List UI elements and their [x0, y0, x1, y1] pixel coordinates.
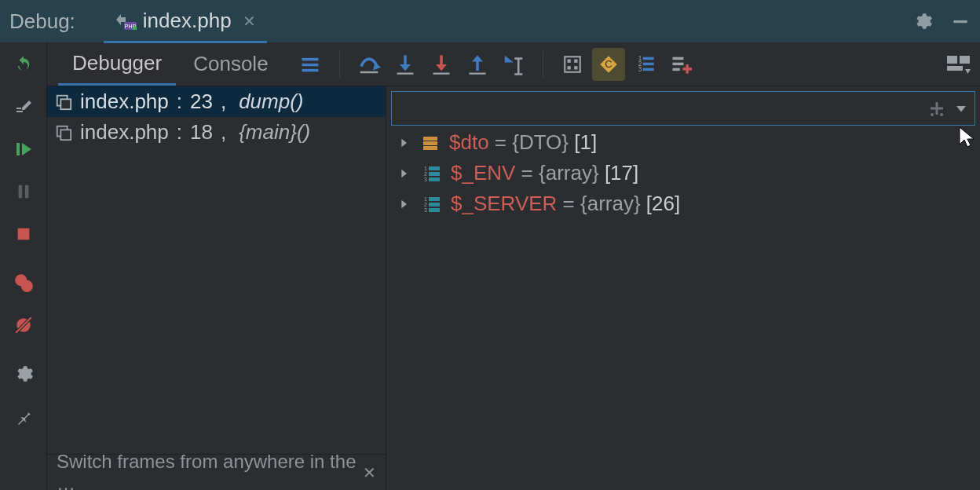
frames-list: index.php:23, dump() index.php:18, {main…	[47, 86, 386, 454]
variable-row[interactable]: 1 2 3 $_ENV = {array} [17]	[386, 158, 980, 188]
variable-type: {array}	[539, 161, 599, 185]
frame-row[interactable]: index.php:23, dump()	[47, 86, 386, 117]
panels: index.php:23, dump() index.php:18, {main…	[47, 86, 980, 490]
svg-rect-44	[642, 62, 653, 65]
svg-rect-65	[423, 137, 437, 141]
svg-text:3: 3	[424, 177, 427, 182]
add-watch-icon[interactable]	[664, 48, 697, 81]
separator	[339, 51, 340, 78]
mute-breakpoints-icon[interactable]	[13, 314, 35, 336]
pin-icon[interactable]	[13, 405, 35, 427]
svg-rect-15	[302, 57, 318, 60]
chevron-right-icon[interactable]	[397, 198, 411, 210]
tab-console[interactable]: Console	[179, 42, 282, 86]
frame-call: dump()	[239, 90, 303, 114]
force-step-into-icon[interactable]	[425, 48, 458, 81]
stackframe-icon	[55, 124, 72, 141]
titlebar: Debug: PHP index.php ✕	[0, 0, 980, 42]
svg-rect-33	[565, 57, 580, 72]
chevron-right-icon[interactable]	[397, 137, 411, 149]
separator	[543, 51, 543, 78]
variable-name: $dto	[449, 130, 489, 154]
settings-gear-icon[interactable]	[912, 11, 933, 31]
variable-name: $_SERVER	[451, 192, 557, 215]
svg-rect-48	[672, 68, 679, 71]
svg-rect-73	[429, 172, 440, 176]
svg-text:2: 2	[424, 171, 427, 177]
file-tab-index-php[interactable]: PHP index.php ✕	[104, 1, 267, 43]
view-breakpoints-icon[interactable]	[13, 272, 35, 294]
frames-panel: index.php:23, dump() index.php:18, {main…	[47, 86, 386, 490]
stackframe-icon	[55, 93, 72, 111]
chevron-right-icon[interactable]	[397, 167, 411, 180]
svg-point-61	[931, 113, 934, 116]
tip-text: Switch frames from anywhere in the …	[57, 451, 363, 491]
variable-type: {DTO}	[512, 130, 569, 154]
titlebar-right	[912, 11, 971, 31]
tip-bar: Switch frames from anywhere in the … ✕	[47, 454, 386, 490]
svg-rect-8	[24, 185, 28, 199]
svg-rect-67	[423, 146, 437, 150]
add-to-watches-icon[interactable]	[927, 99, 946, 118]
debugger-settings-gear-icon[interactable]	[13, 363, 35, 385]
svg-marker-24	[436, 64, 447, 71]
trace-icon[interactable]: C	[592, 48, 625, 81]
variable-type: {array}	[580, 192, 641, 215]
close-icon[interactable]: ✕	[243, 12, 256, 31]
variable-count: [17]	[605, 161, 638, 185]
svg-text:1: 1	[424, 196, 427, 202]
svg-marker-21	[400, 64, 411, 71]
modify-run-config-icon[interactable]	[13, 96, 35, 118]
threads-icon[interactable]	[294, 48, 327, 81]
svg-text:C: C	[605, 58, 612, 70]
svg-rect-5	[16, 143, 20, 155]
history-dropdown-icon[interactable]	[954, 101, 968, 115]
stop-icon[interactable]	[13, 223, 35, 245]
svg-rect-66	[423, 141, 437, 145]
run-to-cursor-icon[interactable]	[497, 48, 530, 81]
frame-call: {main}()	[239, 120, 310, 144]
evaluate-expression-icon[interactable]	[556, 48, 589, 81]
step-over-icon[interactable]	[353, 48, 386, 81]
svg-rect-17	[302, 68, 318, 71]
svg-text:3: 3	[638, 66, 642, 73]
svg-rect-46	[672, 57, 683, 60]
debug-toolbar: Debugger Console	[47, 42, 980, 86]
resume-icon[interactable]	[13, 138, 35, 160]
frame-file: index.php	[80, 120, 169, 144]
variable-row[interactable]: $dto = {DTO} [1]	[386, 127, 980, 158]
step-out-icon[interactable]	[461, 48, 494, 81]
variables-panel: $dto = {DTO} [1] 1 2 3	[386, 86, 980, 490]
close-icon[interactable]: ✕	[363, 463, 376, 482]
svg-rect-36	[567, 66, 570, 69]
svg-marker-54	[965, 69, 971, 74]
sort-values-icon[interactable]: 1 2 3	[628, 48, 661, 81]
svg-rect-81	[429, 208, 440, 212]
svg-rect-34	[567, 59, 570, 62]
rerun-icon[interactable]	[13, 53, 35, 75]
minimize-icon[interactable]	[950, 11, 971, 31]
svg-rect-45	[642, 68, 653, 71]
debug-action-rail	[0, 42, 47, 490]
file-tab-label: index.php	[143, 9, 232, 33]
frame-row[interactable]: index.php:18, {main}()	[47, 117, 386, 148]
svg-rect-79	[429, 197, 440, 201]
svg-rect-74	[429, 177, 440, 181]
svg-rect-58	[60, 130, 71, 140]
svg-rect-80	[429, 203, 440, 207]
svg-marker-75	[401, 199, 407, 208]
svg-marker-63	[956, 106, 966, 112]
layout-settings-icon[interactable]	[942, 48, 975, 81]
svg-rect-43	[642, 57, 653, 60]
svg-text:1: 1	[424, 166, 427, 171]
svg-rect-37	[574, 66, 577, 69]
pause-icon[interactable]	[13, 181, 35, 203]
svg-rect-47	[672, 62, 683, 65]
tab-debugger[interactable]: Debugger	[58, 42, 176, 86]
step-into-icon[interactable]	[389, 48, 422, 81]
svg-rect-53	[947, 66, 963, 71]
object-icon	[421, 133, 440, 152]
variable-row[interactable]: 1 2 3 $_SERVER = {array} [26]	[386, 188, 980, 219]
svg-marker-68	[401, 169, 407, 177]
evaluate-input[interactable]	[391, 91, 975, 126]
